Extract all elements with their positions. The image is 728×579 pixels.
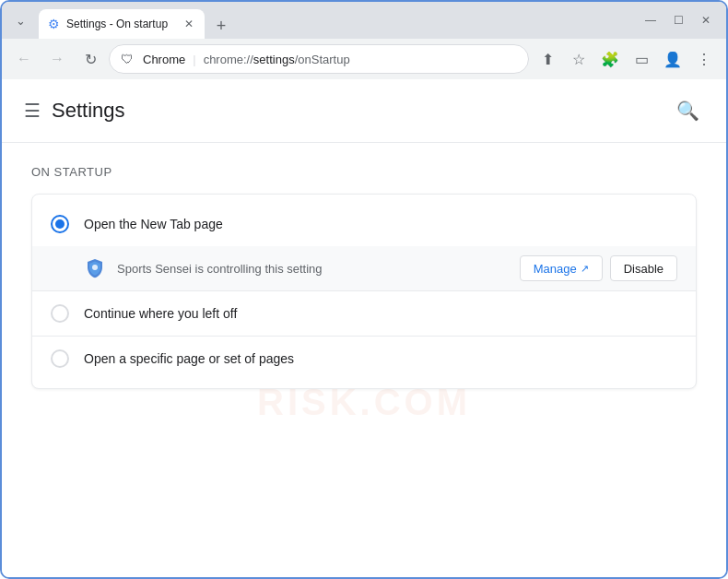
nav-bar: ← → ↻ 🛡 Chrome | chrome://settings/onSta… bbox=[2, 39, 726, 79]
section-title: On startup bbox=[31, 165, 697, 179]
option-new-tab-row[interactable]: Open the New Tab page bbox=[32, 202, 696, 246]
sidebar-toggle-icon[interactable]: ▭ bbox=[627, 44, 656, 74]
settings-page: PC RISK.COM ☰ Settings 🔍 On startup Open… bbox=[2, 79, 726, 577]
search-button[interactable]: 🔍 bbox=[671, 94, 704, 127]
manage-button[interactable]: Manage ↗ bbox=[520, 255, 603, 281]
menu-icon[interactable]: ☰ bbox=[24, 100, 41, 122]
svg-point-0 bbox=[92, 265, 98, 270]
tab-title: Settings - On startup bbox=[66, 18, 175, 30]
url-suffix: /onStartup bbox=[295, 53, 350, 66]
external-link-icon: ↗ bbox=[581, 263, 589, 275]
radio-new-tab[interactable] bbox=[51, 215, 69, 233]
radio-specific-page[interactable] bbox=[51, 349, 69, 368]
site-info-icon[interactable]: 🛡 bbox=[121, 52, 135, 66]
back-button[interactable]: ← bbox=[9, 44, 39, 74]
reload-button[interactable]: ↻ bbox=[76, 44, 105, 74]
url-separator: | bbox=[193, 53, 195, 66]
browser-window: ⌄ ⚙ Settings - On startup ✕ + — ☐ ✕ ← → … bbox=[0, 0, 728, 579]
extension-name-label: Sports Sensei is controlling this settin… bbox=[117, 262, 509, 276]
more-options-icon[interactable]: ⋮ bbox=[689, 44, 719, 74]
extension-icon bbox=[84, 257, 106, 279]
address-bar[interactable]: 🛡 Chrome | chrome://settings/onStartup bbox=[109, 44, 529, 74]
tab-area: ⚙ Settings - On startup ✕ + bbox=[39, 2, 634, 39]
radio-continue[interactable] bbox=[51, 304, 69, 323]
bookmark-icon[interactable]: ☆ bbox=[564, 44, 593, 74]
settings-header: ☰ Settings 🔍 bbox=[2, 79, 726, 143]
options-card: Open the New Tab page Sports Sensei is c… bbox=[31, 194, 697, 389]
option-continue-row[interactable]: Continue where you left off bbox=[32, 291, 696, 336]
option-specific-page-label: Open a specific page or set of pages bbox=[84, 351, 677, 366]
forward-button[interactable]: → bbox=[42, 44, 72, 74]
share-icon[interactable]: ⬆ bbox=[533, 44, 562, 74]
tab-close-button[interactable]: ✕ bbox=[181, 16, 197, 32]
extension-info-row: Sports Sensei is controlling this settin… bbox=[32, 246, 696, 290]
option-continue-label: Continue where you left off bbox=[84, 306, 677, 321]
extensions-icon[interactable]: 🧩 bbox=[595, 44, 625, 74]
nav-icons-group: ⬆ ☆ 🧩 ▭ 👤 ⋮ bbox=[533, 44, 719, 74]
minimize-button[interactable]: — bbox=[638, 7, 663, 33]
new-tab-button[interactable]: + bbox=[208, 13, 234, 39]
extension-actions: Manage ↗ Disable bbox=[520, 255, 677, 281]
option-specific-page-row[interactable]: Open a specific page or set of pages bbox=[32, 337, 696, 381]
tab-favicon-icon: ⚙ bbox=[46, 17, 61, 31]
disable-button[interactable]: Disable bbox=[610, 255, 677, 281]
url-path: settings bbox=[253, 53, 295, 66]
radio-new-tab-inner bbox=[55, 219, 65, 229]
title-bar: ⌄ ⚙ Settings - On startup ✕ + — ☐ ✕ bbox=[2, 2, 726, 39]
close-button[interactable]: ✕ bbox=[693, 7, 719, 33]
page-title: Settings bbox=[52, 99, 125, 123]
option-new-tab-label: Open the New Tab page bbox=[84, 217, 677, 231]
url-scheme: chrome:// bbox=[204, 53, 253, 66]
maximize-button[interactable]: ☐ bbox=[665, 7, 691, 33]
brand-label: Chrome bbox=[143, 53, 185, 66]
window-controls: — ☐ ✕ bbox=[638, 7, 719, 33]
profile-icon[interactable]: 👤 bbox=[658, 44, 687, 74]
title-bar-chevron[interactable]: ⌄ bbox=[9, 9, 31, 31]
active-tab[interactable]: ⚙ Settings - On startup ✕ bbox=[39, 9, 205, 39]
content-area: On startup Open the New Tab page bbox=[2, 143, 726, 411]
settings-header-left: ☰ Settings bbox=[24, 99, 125, 123]
url-display: chrome://settings/onStartup bbox=[204, 53, 517, 66]
